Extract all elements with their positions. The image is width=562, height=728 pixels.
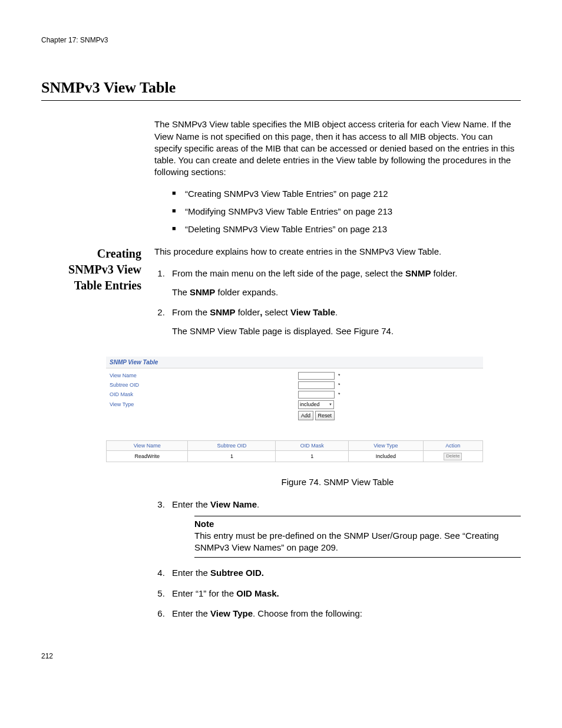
step-text: . Choose from the following: [253, 608, 362, 618]
step-result: The SNMP View Table page is displayed. S… [172, 325, 521, 337]
step-text: select [262, 307, 290, 317]
emphasis: View Type [210, 608, 253, 618]
step: From the main menu on the left side of t… [167, 268, 521, 299]
cell: 1 [276, 451, 349, 462]
step-result: The SNMP folder expands. [172, 286, 521, 298]
page-number: 212 [41, 651, 521, 661]
delete-button[interactable]: Delete [444, 453, 462, 460]
step: Enter the Subtree OID. [167, 567, 521, 579]
form-label-subtree-oid: Subtree OID [110, 381, 298, 388]
heading-line: SNMPv3 View [68, 263, 141, 276]
form-label-oid-mask: OID Mask [110, 391, 298, 398]
emphasis: Subtree OID. [210, 568, 264, 578]
chapter-header: Chapter 17: SNMPv3 [41, 35, 521, 45]
view-type-select[interactable]: included [298, 400, 334, 409]
table-row: ReadWrite 1 1 Included Delete [107, 451, 483, 462]
figure-panel-title: SNMP View Table [106, 357, 483, 369]
note-rule [194, 516, 521, 516]
step-text: From the main menu on the left side of t… [172, 268, 405, 278]
emphasis: OID Mask. [236, 588, 279, 598]
form-label-view-type: View Type [110, 401, 298, 408]
cell: Delete [423, 451, 482, 462]
title-rule [41, 100, 521, 101]
step-text: . [335, 307, 338, 317]
emphasis: View Name [210, 499, 257, 509]
view-name-input[interactable] [298, 372, 335, 380]
col-view-type: View Type [349, 441, 424, 451]
step-text: Enter the [172, 568, 210, 578]
reset-button[interactable]: Reset [315, 411, 335, 420]
subtree-oid-input[interactable] [298, 381, 335, 389]
step-text: Enter “1” for the [172, 588, 236, 598]
steps-list-cont: Enter the View Name. Note This entry mus… [154, 499, 521, 620]
step-text: Enter the [172, 499, 210, 509]
step: Enter the View Type. Choose from the fol… [167, 608, 521, 620]
note-title: Note [194, 518, 521, 530]
step: Enter “1” for the OID Mask. [167, 588, 521, 599]
intro-paragraph: The SNMPv3 View table specifies the MIB … [154, 118, 521, 178]
list-item: “Modifying SNMPv3 View Table Entries” on… [172, 206, 521, 218]
cell: Included [349, 451, 424, 462]
list-item: “Creating SNMPv3 View Table Entries” on … [172, 188, 521, 200]
step: From the SNMP folder, select View Table.… [167, 307, 521, 338]
bullet-list: “Creating SNMPv3 View Table Entries” on … [154, 188, 521, 236]
cell: ReadWrite [107, 451, 188, 462]
add-button[interactable]: Add [298, 411, 313, 420]
heading-line: Creating [97, 247, 141, 260]
note-block: Note This entry must be pre-defined on t… [194, 516, 521, 558]
col-view-name: View Name [107, 441, 188, 451]
list-item: “Deleting SNMPv3 View Table Entries” on … [172, 223, 521, 235]
text: folder expands. [215, 287, 278, 297]
step-text: folder [236, 307, 260, 317]
required-icon: * [338, 372, 340, 379]
page-title: SNMPv3 View Table [41, 77, 521, 98]
step: Enter the View Name. Note This entry mus… [167, 499, 521, 558]
step-text: From the [172, 307, 210, 317]
section-lead: This procedure explains how to create en… [154, 246, 521, 258]
view-table: View Name Subtree OID OID Mask View Type… [106, 440, 483, 462]
figure-caption: Figure 74. SNMP View Table [154, 476, 521, 488]
col-subtree-oid: Subtree OID [188, 441, 276, 451]
text: The [172, 287, 190, 297]
emphasis: SNMP [190, 287, 215, 297]
required-icon: * [338, 381, 340, 388]
table-header-row: View Name Subtree OID OID Mask View Type… [107, 441, 483, 451]
step-text: Enter the [172, 608, 210, 618]
section-heading: Creating SNMPv3 View Table Entries [41, 246, 141, 294]
col-oid-mask: OID Mask [276, 441, 349, 451]
steps-list: From the main menu on the left side of t… [154, 268, 521, 338]
required-icon: * [338, 391, 340, 398]
step-text: . [257, 499, 259, 509]
step-text: folder. [431, 268, 457, 278]
note-rule [194, 557, 521, 558]
emphasis: SNMP [210, 307, 235, 317]
sidebar [41, 118, 141, 246]
oid-mask-input[interactable] [298, 391, 335, 398]
col-action: Action [423, 441, 482, 451]
figure-screenshot: SNMP View Table View Name * Subtree OID … [106, 357, 483, 463]
cell: 1 [188, 451, 276, 462]
heading-line: Table Entries [74, 279, 141, 292]
emphasis: SNMP [405, 268, 431, 278]
note-body: This entry must be pre-defined on the SN… [194, 530, 521, 554]
form-label-view-name: View Name [110, 372, 298, 379]
emphasis: View Table [290, 307, 335, 317]
